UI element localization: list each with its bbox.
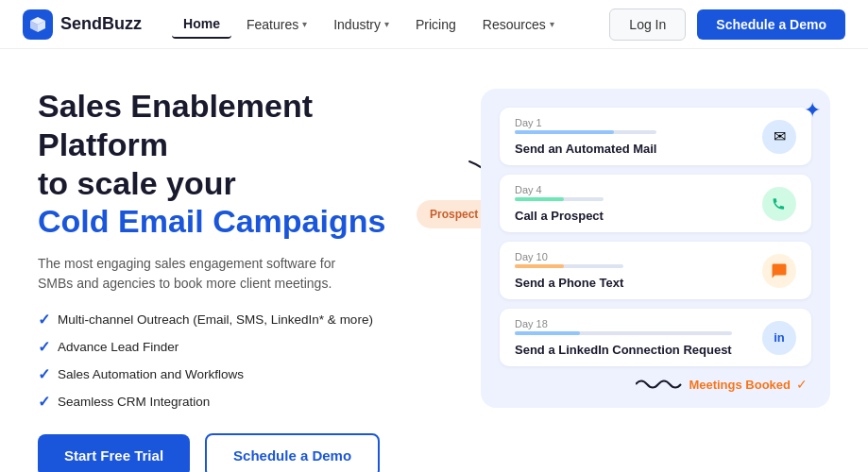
action-label: Send a LinkedIn Connection Request	[515, 343, 732, 357]
action-label: Send a Phone Text	[515, 276, 623, 290]
progress-fill	[515, 130, 614, 134]
sequence-card-3: Day 10 Send a Phone Text	[500, 242, 811, 299]
hero-right: Prospect Replied ✦ Day 1 Send an Automat…	[462, 79, 830, 472]
chevron-down-icon: ▾	[302, 19, 307, 29]
meetings-booked-label: Meetings Booked	[689, 378, 791, 392]
progress-fill	[515, 331, 580, 335]
day-label: Day 4	[515, 184, 604, 195]
progress-fill	[515, 197, 564, 201]
feature-item: ✓ Multi-channel Outreach (Email, SMS, Li…	[38, 311, 443, 329]
hero-subtext: The most engaging sales engagement softw…	[38, 254, 359, 294]
wave-icon	[636, 376, 683, 393]
hero-left: Sales Enablement Platform to scale your …	[38, 79, 462, 472]
sequence-card-1: Day 1 Send an Automated Mail ✉	[500, 108, 811, 165]
nav-industry[interactable]: Industry ▾	[322, 11, 400, 38]
headline: Sales Enablement Platform to scale your …	[38, 87, 443, 241]
start-free-trial-button[interactable]: Start Free Trial	[38, 434, 190, 472]
meetings-booked-row: Meetings Booked ✓	[500, 376, 811, 393]
action-label: Send an Automated Mail	[515, 142, 656, 156]
mail-icon: ✉	[762, 120, 796, 154]
login-button[interactable]: Log In	[609, 8, 686, 41]
nav-resources[interactable]: Resources ▾	[471, 11, 566, 38]
day-label: Day 18	[515, 318, 732, 329]
progress-bar	[515, 130, 656, 134]
sequence-card-4: Day 18 Send a LinkedIn Connection Reques…	[500, 309, 811, 366]
check-icon: ✓	[38, 311, 50, 329]
headline-line1: Sales Enablement Platform	[38, 88, 313, 162]
day-label: Day 1	[515, 117, 656, 128]
headline-blue: Cold Email Campaigns	[38, 203, 385, 239]
check-icon: ✓	[38, 338, 50, 356]
phone-icon	[762, 187, 796, 221]
sequence-card-2: Day 4 Call a Prospect	[500, 175, 811, 232]
progress-bar	[515, 197, 604, 201]
progress-bar	[515, 264, 623, 268]
feature-item: ✓ Sales Automation and Workflows	[38, 365, 443, 383]
cta-buttons: Start Free Trial Schedule a Demo	[38, 433, 443, 472]
feature-item: ✓ Seamless CRM Integration	[38, 393, 443, 411]
nav-home[interactable]: Home	[172, 10, 231, 39]
logo[interactable]: SendBuzz	[23, 9, 142, 40]
sms-icon	[762, 254, 796, 288]
check-icon: ✓	[38, 365, 50, 383]
nav-pricing[interactable]: Pricing	[404, 11, 468, 38]
action-label: Call a Prospect	[515, 209, 604, 223]
sparkle-icon: ✦	[804, 98, 821, 123]
navbar: SendBuzz Home Features ▾ Industry ▾ Pric…	[0, 0, 868, 49]
feature-item: ✓ Advance Lead Finder	[38, 338, 443, 356]
schedule-demo-button[interactable]: Schedule a Demo	[205, 433, 380, 472]
progress-fill	[515, 264, 564, 268]
sequence-container: ✦ Day 1 Send an Automated Mail ✉ Day 4 C…	[481, 89, 830, 408]
check-icon: ✓	[38, 393, 50, 411]
nav-links: Home Features ▾ Industry ▾ Pricing Resou…	[172, 10, 609, 39]
logo-text: SendBuzz	[60, 14, 142, 34]
nav-actions: Log In Schedule a Demo	[609, 8, 845, 41]
day-label: Day 10	[515, 251, 623, 262]
chevron-down-icon: ▾	[550, 19, 554, 29]
progress-bar	[515, 331, 732, 335]
features-list: ✓ Multi-channel Outreach (Email, SMS, Li…	[38, 311, 443, 411]
linkedin-icon: in	[762, 321, 796, 355]
check-circle-icon: ✓	[796, 377, 808, 392]
schedule-demo-nav-button[interactable]: Schedule a Demo	[697, 9, 845, 40]
logo-icon	[23, 9, 53, 40]
nav-features[interactable]: Features ▾	[235, 11, 318, 38]
main-content: Sales Enablement Platform to scale your …	[0, 49, 868, 472]
chevron-down-icon: ▾	[384, 19, 389, 29]
headline-line2: to scale your	[38, 165, 236, 201]
